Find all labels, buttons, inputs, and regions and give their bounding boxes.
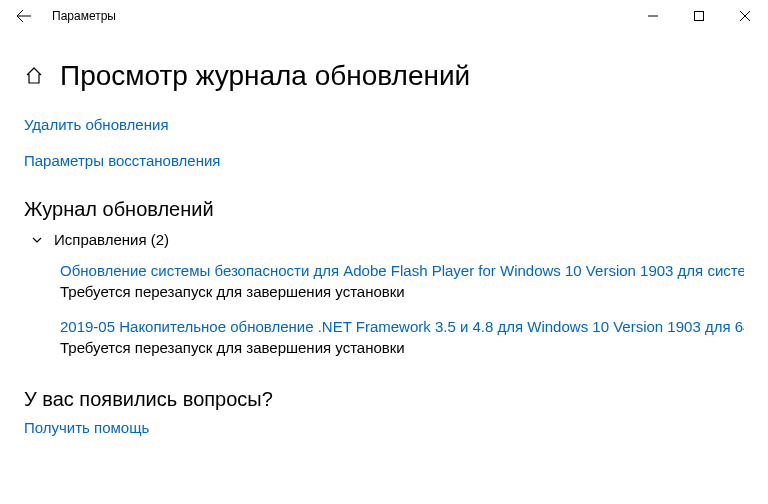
update-item: Обновление системы безопасности для Adob… xyxy=(60,262,744,300)
help-heading: У вас появились вопросы? xyxy=(24,388,744,411)
arrow-left-icon xyxy=(16,8,32,24)
close-button[interactable] xyxy=(722,0,768,32)
minimize-button[interactable] xyxy=(630,0,676,32)
update-status: Требуется перезапуск для завершения уста… xyxy=(60,339,744,356)
history-heading: Журнал обновлений xyxy=(24,198,744,221)
titlebar: Параметры xyxy=(0,0,768,32)
svg-rect-0 xyxy=(695,12,704,21)
update-status: Требуется перезапуск для завершения уста… xyxy=(60,283,744,300)
update-title-link[interactable]: Обновление системы безопасности для Adob… xyxy=(60,262,744,279)
window-controls xyxy=(630,0,768,32)
maximize-button[interactable] xyxy=(676,0,722,32)
page-header: Просмотр журнала обновлений xyxy=(24,60,744,92)
recovery-options-link[interactable]: Параметры восстановления xyxy=(24,152,220,169)
uninstall-updates-link[interactable]: Удалить обновления xyxy=(24,116,169,133)
page-title: Просмотр журнала обновлений xyxy=(60,60,470,92)
home-icon xyxy=(24,66,44,86)
home-button[interactable] xyxy=(24,66,44,86)
chevron-down-icon xyxy=(30,233,44,247)
maximize-icon xyxy=(694,11,704,21)
window-title: Параметры xyxy=(52,9,116,23)
content-area: Просмотр журнала обновлений Удалить обно… xyxy=(0,32,768,437)
get-help-link[interactable]: Получить помощь xyxy=(24,419,149,436)
close-icon xyxy=(740,11,750,21)
back-button[interactable] xyxy=(8,0,40,32)
group-label: Исправления (2) xyxy=(54,231,169,248)
group-toggle-fixes[interactable]: Исправления (2) xyxy=(30,231,744,248)
update-title-link[interactable]: 2019-05 Накопительное обновление .NET Fr… xyxy=(60,318,744,335)
minimize-icon xyxy=(648,11,658,21)
update-item: 2019-05 Накопительное обновление .NET Fr… xyxy=(60,318,744,356)
